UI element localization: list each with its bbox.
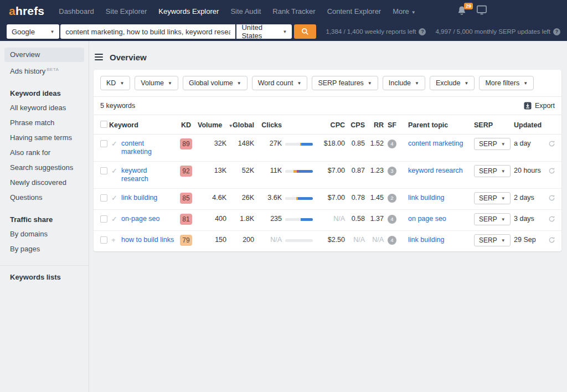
nav-dashboard[interactable]: Dashboard bbox=[59, 7, 94, 16]
refresh-icon[interactable] bbox=[548, 215, 555, 224]
check-icon[interactable]: ✓ bbox=[111, 215, 117, 223]
clicks-value: 11K bbox=[254, 162, 282, 189]
export-icon bbox=[524, 102, 532, 110]
serp-features-badge[interactable]: 2 bbox=[388, 194, 396, 203]
sidebar-item-by-domains[interactable]: By domains bbox=[4, 227, 84, 241]
check-icon[interactable]: ✓ bbox=[111, 140, 117, 148]
row-checkbox[interactable] bbox=[100, 236, 107, 244]
filter-word-count-button[interactable]: Word count▼ bbox=[252, 76, 308, 90]
refresh-icon[interactable] bbox=[548, 194, 555, 203]
clicks-distribution-bar bbox=[285, 218, 313, 221]
cps-value: 0.58 bbox=[345, 210, 365, 231]
serp-dropdown-button[interactable]: SERP▼ bbox=[474, 213, 511, 225]
plus-icon[interactable]: + bbox=[111, 236, 116, 244]
nav-content-explorer[interactable]: Content Explorer bbox=[327, 7, 382, 16]
parent-topic-link[interactable]: link building bbox=[408, 236, 444, 244]
serp-features-badge[interactable]: 4 bbox=[388, 236, 396, 245]
serp-dropdown-button[interactable]: SERP▼ bbox=[474, 165, 511, 177]
row-checkbox[interactable] bbox=[100, 140, 107, 147]
rr-value: N/A bbox=[365, 231, 384, 252]
keywords-input[interactable] bbox=[60, 24, 235, 39]
parent-topic-link[interactable]: content marketing bbox=[408, 140, 463, 148]
filter-exclude-button[interactable]: Exclude▼ bbox=[430, 76, 475, 90]
sidebar-heading-keywords-lists[interactable]: Keywords lists bbox=[4, 270, 84, 284]
sidebar-item-newly-discovered[interactable]: Newly discovered bbox=[4, 176, 84, 190]
filter-include-button[interactable]: Include▼ bbox=[383, 76, 425, 90]
notifications-bell-icon[interactable]: 29 bbox=[456, 5, 468, 17]
chevron-down-icon: ▼ bbox=[523, 81, 528, 86]
search-button[interactable] bbox=[294, 24, 316, 39]
export-button[interactable]: Export bbox=[524, 102, 555, 110]
row-checkbox[interactable] bbox=[100, 215, 107, 223]
sidebar-item-search-suggestions[interactable]: Search suggestions bbox=[4, 161, 84, 175]
keyword-link[interactable]: keyword research bbox=[121, 167, 174, 183]
serp-dropdown-button[interactable]: SERP▼ bbox=[474, 192, 511, 204]
serp-features-badge[interactable]: 4 bbox=[388, 140, 396, 148]
nav-site-explorer[interactable]: Site Explorer bbox=[106, 7, 147, 16]
col-clicks: Clicks bbox=[254, 115, 282, 135]
keyword-link[interactable]: on-page seo bbox=[121, 215, 160, 223]
refresh-icon[interactable] bbox=[548, 167, 555, 176]
row-checkbox[interactable] bbox=[100, 167, 107, 174]
serp-features-badge[interactable]: 4 bbox=[388, 215, 396, 224]
keyword-link[interactable]: content marketing bbox=[121, 140, 174, 156]
nav-site-audit[interactable]: Site Audit bbox=[230, 7, 261, 16]
help-icon[interactable]: ? bbox=[419, 28, 426, 35]
top-navigation: ahrefs Dashboard Site Explorer Keywords … bbox=[0, 0, 567, 22]
chevron-down-icon: ▼ bbox=[464, 81, 468, 86]
table-row: ✓ link building 85 4.6K 26K 3.6K $7.00 0… bbox=[94, 189, 561, 210]
serp-features-badge[interactable]: 3 bbox=[388, 167, 396, 176]
select-all-checkbox[interactable] bbox=[100, 121, 107, 128]
sidebar-item-overview[interactable]: Overview bbox=[4, 48, 84, 62]
global-value: 26K bbox=[226, 189, 254, 210]
sidebar-item-having-same-terms[interactable]: Having same terms bbox=[4, 131, 84, 145]
keyword-link[interactable]: link building bbox=[121, 194, 157, 202]
row-checkbox[interactable] bbox=[100, 194, 107, 202]
serp-dropdown-button[interactable]: SERP▼ bbox=[474, 138, 511, 150]
sidebar-item-by-pages[interactable]: By pages bbox=[4, 242, 84, 256]
filter-global-volume-button[interactable]: Global volume▼ bbox=[183, 76, 248, 90]
serp-dropdown-button[interactable]: SERP▼ bbox=[474, 234, 511, 246]
col-sf: SF bbox=[384, 115, 400, 135]
filter-more-filters-button[interactable]: More filters▼ bbox=[479, 76, 534, 90]
search-engine-select[interactable]: Google▼ bbox=[7, 24, 59, 39]
parent-topic-link[interactable]: keyword research bbox=[408, 167, 463, 175]
updated-value: 3 days bbox=[514, 210, 548, 231]
chevron-down-icon: ▼ bbox=[120, 81, 124, 86]
clicks-value: N/A bbox=[254, 231, 282, 252]
reports-menu-icon[interactable] bbox=[95, 52, 103, 62]
global-value: 1.8K bbox=[226, 210, 254, 231]
col-volume[interactable]: Volume ▼ bbox=[198, 115, 226, 135]
sidebar-item-questions[interactable]: Questions bbox=[4, 190, 84, 205]
sidebar-item-ads-history[interactable]: Ads historyBETA bbox=[4, 63, 84, 79]
nav-keywords-explorer[interactable]: Keywords Explorer bbox=[158, 7, 219, 16]
sidebar-item-phrase-match[interactable]: Phrase match bbox=[4, 116, 84, 130]
kd-badge: 89 bbox=[180, 138, 192, 149]
monitor-icon[interactable] bbox=[476, 5, 487, 17]
refresh-icon[interactable] bbox=[548, 140, 555, 149]
refresh-icon[interactable] bbox=[548, 236, 555, 245]
cpc-value: $18.00 bbox=[316, 135, 345, 162]
keyword-link[interactable]: how to build links bbox=[121, 236, 174, 244]
filters-row: KD▼ Volume▼ Global volume▼ Word count▼ S… bbox=[94, 70, 561, 96]
check-icon[interactable]: ✓ bbox=[111, 167, 117, 175]
global-value: 52K bbox=[226, 162, 254, 189]
parent-topic-link[interactable]: link building bbox=[408, 194, 444, 202]
nav-more[interactable]: More▼ bbox=[393, 7, 416, 16]
sidebar-item-also-rank-for[interactable]: Also rank for bbox=[4, 146, 84, 160]
kd-badge: 81 bbox=[180, 214, 192, 225]
parent-topic-link[interactable]: on page seo bbox=[408, 215, 446, 223]
filter-serp-features-button[interactable]: SERP features▼ bbox=[312, 76, 378, 90]
filter-kd-button[interactable]: KD▼ bbox=[100, 76, 130, 90]
filter-volume-button[interactable]: Volume▼ bbox=[135, 76, 178, 90]
help-icon[interactable]: ? bbox=[553, 28, 560, 35]
sidebar-item-all-keyword-ideas[interactable]: All keyword ideas bbox=[4, 101, 84, 115]
keywords-count: 5 keywords bbox=[100, 102, 135, 110]
nav-items: Dashboard Site Explorer Keywords Explore… bbox=[59, 7, 456, 16]
nav-rank-tracker[interactable]: Rank Tracker bbox=[272, 7, 315, 16]
ahrefs-logo[interactable]: ahrefs bbox=[9, 4, 44, 18]
check-icon[interactable]: ✓ bbox=[111, 194, 117, 202]
country-select[interactable]: United States▼ bbox=[236, 24, 292, 39]
global-value: 148K bbox=[226, 135, 254, 162]
chevron-down-icon: ▼ bbox=[282, 29, 287, 34]
